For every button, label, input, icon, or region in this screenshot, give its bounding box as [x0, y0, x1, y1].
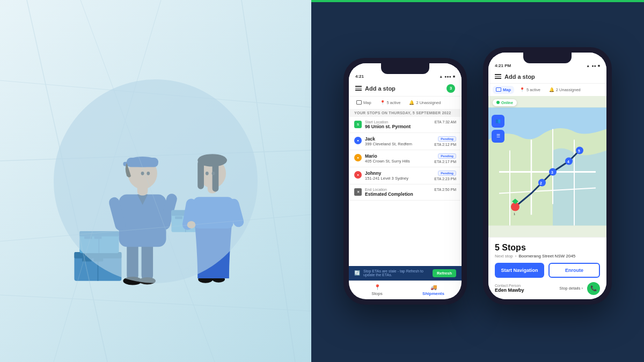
- svg-line-7: [0, 295, 311, 311]
- tab-active-label-1: 5 active: [387, 100, 401, 105]
- phone-2-screen: 4:21 PM ▲●●■ Add a stop: [488, 53, 606, 299]
- contact-name: Eden Mawby: [495, 287, 524, 293]
- stop-info-end: End Location Estimated Completion: [365, 188, 431, 197]
- phone-1-mockup: 4:21 ▲●●●■ Add a stop 3: [343, 58, 467, 305]
- shipments-nav-label: Shipments: [422, 291, 444, 296]
- pending-badge-jack: Pending: [438, 136, 456, 142]
- stop-mario[interactable]: ● Mario 405 Crown St, Surry Hills Pendin…: [349, 150, 462, 167]
- stop-icon-jack: ●: [354, 137, 362, 144]
- contact-label: Contact Person: [495, 284, 524, 287]
- stop-icon-johnny: ●: [354, 171, 362, 179]
- next-stop-arrow-icon: ›: [515, 254, 517, 258]
- hamburger-icon-2[interactable]: [495, 74, 501, 79]
- tab-unassigned-2[interactable]: 🔔 2 Unassigned: [546, 86, 584, 94]
- stop-eta-jack: ETA 2:12 PM: [434, 143, 456, 146]
- time-1: 4:21: [355, 74, 364, 79]
- stop-address-jack: 399 Cleveland St, Redfern: [365, 142, 431, 146]
- tab-active-1[interactable]: 📍 5 active: [377, 99, 404, 107]
- stop-address-johnny: 151-241 Level 3 Sydney: [365, 176, 431, 181]
- stops-section-1: YOUR STOPS ON THURSDAY, 5 SEPTEMBER 2022…: [349, 109, 462, 266]
- stop-eta-mario: ETA 2:17 PM: [434, 160, 456, 164]
- stops-nav-label: Stops: [371, 291, 382, 296]
- time-2: 4:21 PM: [495, 63, 511, 68]
- stop-label-end: End Location: [365, 188, 431, 191]
- call-button[interactable]: 📞: [587, 282, 600, 295]
- tab-bar-1: Map 📍 5 active 🔔 2 Unassigned: [349, 97, 462, 109]
- pin-icon-1: 📍: [380, 100, 385, 105]
- online-label: Online: [501, 101, 513, 105]
- stop-eta-johnny: ETA 2:23 PM: [434, 177, 456, 181]
- tab-unassigned-1[interactable]: 🔔 2 Unassigned: [406, 99, 444, 107]
- stop-johnny[interactable]: ● Johnny 151-241 Level 3 Sydney Pending …: [349, 167, 462, 184]
- map-tab-icon-2: [496, 87, 501, 92]
- refresh-icon: 🔄: [354, 270, 360, 276]
- map-list-button[interactable]: ☰: [492, 130, 504, 143]
- next-stop-row: Next stop › Boomerang Street NSW 2045: [495, 254, 600, 258]
- refresh-bar-1: 🔄 Stop ETAs are stale - tap Refresh to u…: [349, 266, 462, 280]
- tab-unassigned-label-2: 2 Unassigned: [556, 87, 581, 92]
- phone-2-mockup: 4:21 PM ▲●●■ Add a stop: [483, 47, 612, 305]
- stops-count: 5 Stops: [495, 243, 600, 253]
- stop-details-arrow-icon: ›: [582, 286, 583, 291]
- map-tab-icon-1: [356, 100, 362, 105]
- tab-unassigned-label-1: 2 Unassigned: [416, 100, 441, 105]
- tab-bar-2: Map 📍 5 active 🔔 2 Unassigned: [488, 84, 606, 96]
- map-svg: 2 3 4 5 1: [488, 96, 606, 237]
- phones-panel: 4:21 ▲●●●■ Add a stop 3: [311, 0, 644, 362]
- pending-badge-johnny: Pending: [438, 171, 456, 176]
- contact-actions: Stop details › 📞: [559, 282, 600, 295]
- stop-end[interactable]: ✕ End Location Estimated Completion ETA …: [349, 184, 462, 201]
- stops-panel: 5 Stops Next stop › Boomerang Street NSW…: [488, 237, 606, 299]
- app-header-1: Add a stop 3: [349, 81, 462, 97]
- online-badge: Online: [493, 99, 517, 106]
- app-header-2: Add a stop: [488, 70, 606, 84]
- status-icons-2: ▲●●■: [586, 64, 600, 68]
- unassigned-icon-2: 🔔: [549, 87, 554, 92]
- stops-nav-icon: 📍: [374, 284, 380, 290]
- stop-info-mario: Mario 405 Crown St, Surry Hills: [365, 153, 431, 164]
- status-icons-1: ▲●●●■: [439, 75, 455, 78]
- stop-info-jack: Jack 399 Cleveland St, Redfern: [365, 136, 431, 146]
- svg-text:4: 4: [567, 159, 569, 163]
- contact-info: Contact Person Eden Mawby: [495, 284, 524, 293]
- svg-text:3: 3: [551, 170, 553, 174]
- notification-badge-1: 3: [447, 84, 455, 93]
- hamburger-icon-1[interactable]: [355, 86, 362, 91]
- stop-start[interactable]: S Start Location 96 Union st. Pyrmont ET…: [349, 117, 462, 133]
- unassigned-icon-1: 🔔: [409, 100, 414, 105]
- phone-notch-2: [523, 53, 572, 63]
- phone-notch-1: [381, 63, 429, 74]
- pending-badge-mario: Pending: [438, 153, 456, 159]
- stop-name-end: Estimated Completion: [365, 191, 431, 197]
- stop-jack[interactable]: ● Jack 399 Cleveland St, Redfern Pending…: [349, 133, 462, 150]
- tab-map-label-2: Map: [503, 87, 511, 92]
- stop-name-johnny: Johnny: [365, 171, 431, 176]
- phone-1-screen: 4:21 ▲●●●■ Add a stop 3: [349, 63, 462, 299]
- svg-text:2: 2: [540, 181, 542, 184]
- tab-active-label-2: 5 active: [526, 87, 540, 92]
- tab-map-2[interactable]: Map: [493, 86, 514, 94]
- nav-stops[interactable]: 📍 Stops: [349, 281, 405, 299]
- stop-details-link[interactable]: Stop details ›: [559, 286, 583, 291]
- header-left-2: Add a stop: [495, 73, 535, 80]
- stop-details-text: Stop details: [559, 286, 580, 291]
- stop-name-mario: Mario: [365, 153, 431, 159]
- tab-map-1[interactable]: Map: [353, 99, 375, 107]
- map-view[interactable]: 2 3 4 5 1 Online: [488, 96, 606, 237]
- refresh-button[interactable]: Refresh: [433, 269, 456, 277]
- stop-eta-end: ETA 2:50 PM: [434, 188, 456, 191]
- stop-name-jack: Jack: [365, 136, 431, 142]
- map-action-buttons: 👥 ☰: [492, 115, 504, 143]
- enroute-button[interactable]: Enroute: [548, 263, 600, 278]
- stop-address-mario: 405 Crown St, Surry Hills: [365, 159, 431, 164]
- nav-shipments[interactable]: 🚚 Shipments: [405, 281, 462, 299]
- svg-text:5: 5: [578, 149, 580, 152]
- stop-icon-end: ✕: [354, 188, 362, 196]
- map-team-button[interactable]: 👥: [492, 115, 504, 128]
- header-left-1: Add a stop: [355, 85, 396, 92]
- bottom-nav-1: 📍 Stops 🚚 Shipments: [349, 280, 462, 299]
- start-navigation-button[interactable]: Start Navigation: [495, 263, 544, 278]
- stop-label-start: Start Location: [365, 120, 431, 124]
- tab-active-2[interactable]: 📍 5 active: [516, 86, 544, 94]
- stop-info-johnny: Johnny 151-241 Level 3 Sydney: [365, 171, 431, 181]
